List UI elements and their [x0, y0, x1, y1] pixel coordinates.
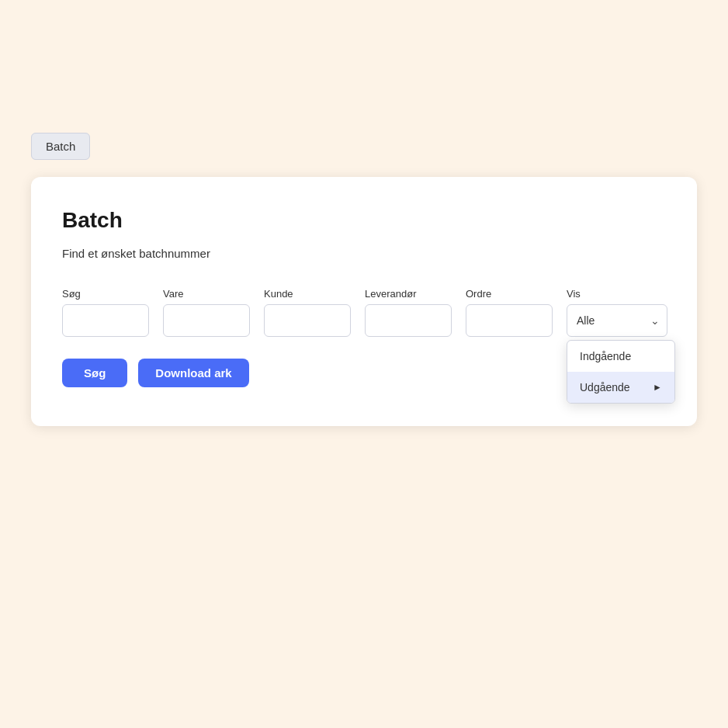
filter-label-vare: Vare: [163, 288, 250, 300]
filter-group-leverandor: Leverandør: [365, 288, 452, 337]
filter-label-leverandor: Leverandør: [365, 288, 452, 300]
breadcrumb-badge[interactable]: Batch: [31, 133, 90, 160]
dropdown-item-udgående[interactable]: Udgående ►: [567, 372, 674, 403]
search-button[interactable]: Søg: [62, 359, 127, 387]
dropdown-selected-arrow-icon: ►: [653, 382, 662, 393]
filter-label-ordre: Ordre: [466, 288, 553, 300]
ordre-input[interactable]: [466, 304, 553, 337]
filter-label-vis: Vis: [567, 288, 667, 300]
vis-select[interactable]: Alle Indgående Udgående: [567, 304, 667, 337]
dropdown-item-label-udgående: Udgående: [580, 381, 630, 393]
leverandor-input[interactable]: [365, 304, 452, 337]
filter-group-vare: Vare: [163, 288, 250, 337]
filter-group-ordre: Ordre: [466, 288, 553, 337]
dropdown-item-indgående[interactable]: Indgående: [567, 341, 674, 372]
søg-input[interactable]: [62, 304, 149, 337]
filter-group-kunde: Kunde: [264, 288, 351, 337]
filter-group-søg: Søg: [62, 288, 149, 337]
vis-group: Vis Alle Indgående Udgående ⌄ Indgående: [567, 288, 667, 337]
page-wrapper: Batch Batch Find et ønsket batchnummer S…: [31, 31, 697, 426]
breadcrumb-area: Batch: [31, 140, 90, 154]
main-card: Batch Find et ønsket batchnummer Søg Var…: [31, 177, 697, 426]
filter-label-kunde: Kunde: [264, 288, 351, 300]
card-subtitle: Find et ønsket batchnummer: [62, 247, 666, 260]
kunde-input[interactable]: [264, 304, 351, 337]
card-title: Batch: [62, 208, 666, 233]
vis-select-wrapper: Alle Indgående Udgående ⌄ Indgående Udgå…: [567, 304, 667, 337]
filter-label-søg: Søg: [62, 288, 149, 300]
vare-input[interactable]: [163, 304, 250, 337]
dropdown-item-label-indgående: Indgående: [580, 350, 631, 362]
download-ark-button[interactable]: Download ark: [138, 359, 248, 387]
filters-row: Søg Vare Kunde Leverandør Ordre: [62, 288, 666, 337]
vis-dropdown-menu: Indgående Udgående ►: [567, 340, 675, 404]
